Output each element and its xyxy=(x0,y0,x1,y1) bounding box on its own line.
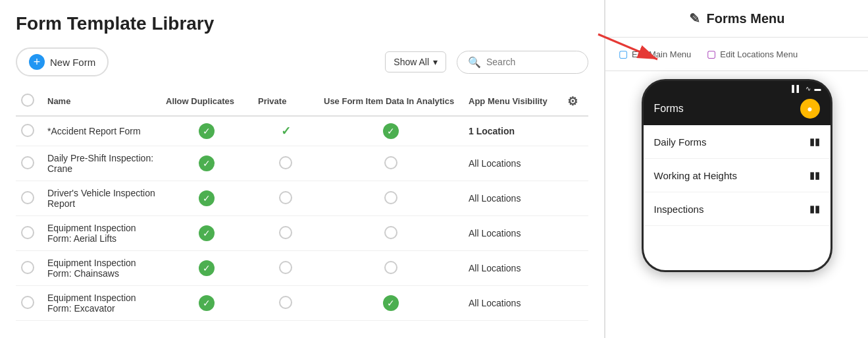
analytics-cell: ✓ xyxy=(319,116,463,146)
form-name: *Accident Report Form xyxy=(42,116,161,146)
edit-locations-label: Edit Locations Menu xyxy=(720,49,798,59)
phone-menu-label: Working at Heights xyxy=(654,170,737,181)
analytics-cell xyxy=(319,181,463,216)
table-row: Equipment Inspection Form: Chainsaws✓All… xyxy=(16,251,588,286)
analytics-cell xyxy=(319,251,463,286)
allow-duplicates-cell: ✓ xyxy=(161,146,253,181)
empty-circle xyxy=(384,226,397,239)
phone-location-button[interactable]: ● xyxy=(800,99,820,119)
edit-main-menu-tab[interactable]: ▢ Edit Main Menu xyxy=(619,45,691,63)
phone-status-bar: ▌▌ ∿ ▬ xyxy=(644,81,830,94)
row-checkbox[interactable] xyxy=(21,191,34,204)
table-row: *Accident Report Form✓✓✓1 Location xyxy=(16,116,588,146)
private-cell xyxy=(253,216,319,251)
show-all-label: Show All xyxy=(394,57,429,67)
col-visibility-header: App Menu Visibility xyxy=(463,87,562,116)
col-private-header: Private xyxy=(253,87,319,116)
visibility-cell: 1 Location xyxy=(463,116,562,146)
search-input[interactable] xyxy=(486,57,577,67)
locations-tab-icon: ▢ xyxy=(707,48,716,60)
location-pin-icon: ● xyxy=(807,103,812,114)
row-checkbox[interactable] xyxy=(21,296,34,309)
green-check-icon: ✓ xyxy=(199,260,215,276)
form-name: Equipment Inspection Form: Excavator xyxy=(42,286,161,321)
col-name-header: Name xyxy=(42,87,161,116)
forms-menu-title: Forms Menu xyxy=(707,11,785,26)
forms-menu-header: ✎ Forms Menu xyxy=(605,0,868,38)
phone-menu-label: Inspections xyxy=(654,204,704,215)
phone-menu-item[interactable]: Daily Forms ▮▮ xyxy=(644,125,830,159)
checkmark-icon: ✓ xyxy=(281,125,291,138)
right-panel: ✎ Forms Menu ▢ Edit Main Menu ▢ Edit Loc… xyxy=(605,0,868,338)
form-name: Equipment Inspection Form: Chainsaws xyxy=(42,251,161,286)
empty-circle xyxy=(279,226,292,239)
form-name: Daily Pre-Shift Inspection: Crane xyxy=(42,146,161,181)
row-checkbox[interactable] xyxy=(21,156,34,169)
phone-header: Forms ● xyxy=(644,94,830,125)
empty-circle xyxy=(384,191,397,204)
search-icon: 🔍 xyxy=(468,56,481,69)
wifi-icon: ∿ xyxy=(805,85,811,92)
table-row: Equipment Inspection Form: Aerial Lifts✓… xyxy=(16,216,588,251)
edit-main-label: Edit Main Menu xyxy=(632,49,691,59)
visibility-cell: All Locations xyxy=(463,286,562,321)
search-box[interactable]: 🔍 xyxy=(457,51,588,74)
phone-menu-label: Daily Forms xyxy=(654,136,707,148)
private-cell xyxy=(253,181,319,216)
phone-menu-item[interactable]: Inspections ▮▮ xyxy=(644,192,830,226)
green-check-icon: ✓ xyxy=(383,295,399,311)
phone-header-title: Forms xyxy=(654,103,684,115)
plus-icon: + xyxy=(29,54,45,70)
folder-icon: ▮▮ xyxy=(809,203,820,215)
signal-icon: ▌▌ xyxy=(792,85,801,92)
allow-duplicates-cell: ✓ xyxy=(161,251,253,286)
green-check-icon: ✓ xyxy=(199,225,215,241)
empty-circle xyxy=(384,156,397,169)
empty-circle xyxy=(279,261,292,274)
allow-duplicates-cell: ✓ xyxy=(161,116,253,146)
visibility-cell: All Locations xyxy=(463,251,562,286)
chevron-down-icon: ▾ xyxy=(433,57,438,67)
empty-circle xyxy=(279,191,292,204)
analytics-cell xyxy=(319,146,463,181)
menu-icon: ✎ xyxy=(689,11,700,26)
green-check-icon: ✓ xyxy=(199,190,215,206)
show-all-button[interactable]: Show All ▾ xyxy=(385,51,446,72)
edit-locations-menu-tab[interactable]: ▢ Edit Locations Menu xyxy=(707,45,798,63)
folder-icon: ▮▮ xyxy=(809,169,820,181)
row-checkbox[interactable] xyxy=(21,124,34,137)
settings-icon[interactable]: ⚙ xyxy=(567,95,578,108)
green-check-icon: ✓ xyxy=(199,123,215,139)
analytics-cell: ✓ xyxy=(319,286,463,321)
private-cell xyxy=(253,251,319,286)
allow-duplicates-cell: ✓ xyxy=(161,216,253,251)
new-form-button[interactable]: + New Form xyxy=(16,47,109,76)
private-cell xyxy=(253,286,319,321)
menu-tabs: ▢ Edit Main Menu ▢ Edit Locations Menu xyxy=(605,38,868,71)
visibility-cell: All Locations xyxy=(463,146,562,181)
green-check-icon: ✓ xyxy=(383,123,399,139)
private-cell xyxy=(253,146,319,181)
row-checkbox[interactable] xyxy=(21,261,34,274)
col-analytics-header: Use Form Item Data In Analytics xyxy=(319,87,463,116)
analytics-cell xyxy=(319,216,463,251)
toolbar: + New Form Show All ▾ 🔍 xyxy=(16,47,588,76)
visibility-cell: All Locations xyxy=(463,216,562,251)
battery-icon: ▬ xyxy=(815,85,821,92)
empty-circle xyxy=(384,261,397,274)
visibility-cell: All Locations xyxy=(463,181,562,216)
empty-circle xyxy=(279,156,292,169)
page-title: Form Template Library xyxy=(16,13,588,34)
phone-menu-item[interactable]: Working at Heights ▮▮ xyxy=(644,159,830,192)
new-form-label: New Form xyxy=(50,57,95,68)
green-check-icon: ✓ xyxy=(199,295,215,311)
main-menu-tab-icon: ▢ xyxy=(619,48,628,60)
table-row: Daily Pre-Shift Inspection: Crane✓All Lo… xyxy=(16,146,588,181)
table-row: Driver's Vehicle Inspection Report✓All L… xyxy=(16,181,588,216)
phone-body: Daily Forms ▮▮ Working at Heights ▮▮ Ins… xyxy=(644,125,830,270)
select-all-checkbox[interactable] xyxy=(21,94,34,107)
row-checkbox[interactable] xyxy=(21,226,34,239)
phone-mockup: ▌▌ ∿ ▬ Forms ● Daily Forms ▮▮ Working at… xyxy=(642,79,832,272)
table-row: Equipment Inspection Form: Excavator✓✓Al… xyxy=(16,286,588,321)
empty-circle xyxy=(279,296,292,309)
